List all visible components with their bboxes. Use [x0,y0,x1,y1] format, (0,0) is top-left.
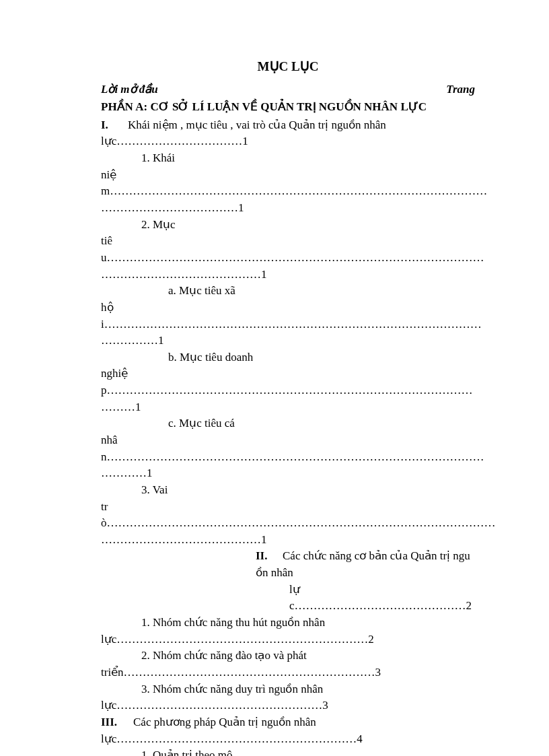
item-khai-niem-head: 1. Khái [101,150,475,167]
section-i-continuation: lực……………………………1 [101,133,475,150]
item-nhom-1-line: lực…………………………………………………………2 [101,631,475,648]
sub-c-line1: nhân……………………………………………………………………………………… [101,432,475,465]
section-ii-continuation: lực………………………………………2 [101,582,475,615]
item-muc-tieu-head: 2. Mục [101,217,475,234]
item-nhom-3-line: lực………………………………………………3 [101,697,475,714]
section-iii-continuation: lực………………………………………………………4 [101,731,475,748]
sub-b-line2: ………1 [101,399,475,416]
section-i-text: Khái niệm , mục tiêu , vai trò của Quản … [128,118,386,131]
item-muc-tieu-line2: ……………………………………1 [101,267,475,283]
sub-c-line2: …………1 [101,465,475,482]
item-vai-tro-line2: ……………………………………1 [101,532,475,549]
sub-a-line2: ……………1 [101,333,475,349]
sub-c-head: c. Mục tiêu cá [101,415,475,432]
sub-a-line1: hội……………………………………………………………………………………… [101,300,475,333]
item-nhom-1-head: 1. Nhóm chức năng thu hút nguồn nhân [101,615,475,631]
toc-section-i: I.Khái niệm , mục tiêu , vai trò của Quả… [101,117,475,134]
toc-section-ii: II.Các chức năng cơ bản của Quản trị ngu… [101,548,475,581]
item-nhom-2-head: 2. Nhóm chức năng đào tạo và phát [101,648,475,664]
item-nhom-3-head: 3. Nhóm chức năng duy trì nguồn nhân [101,681,475,698]
header-row: Lời mở đầu Trang [101,81,475,98]
item-nhom-2-line: triển…………………………………………………………3 [101,664,475,681]
item-khai-niem-line1: niệm……………………………………………………………………………………… [101,167,475,200]
item-vai-tro-head: 3. Vai [101,482,475,499]
roman-i-label: I. [101,117,128,134]
item-quan-tri-head: 1. Quản trị theo mô [101,747,475,756]
section-ii-text: Các chức năng cơ bản của Quản trị nguồn … [256,549,470,579]
header-right: Trang [446,81,475,98]
document-title: MỤC LỤC [101,57,475,76]
item-khai-niem-line2: ………………………………1 [101,200,475,217]
section-iii-text: Các phương pháp Quản trị nguồn nhân [133,716,316,728]
roman-iii-label: III. [101,714,133,731]
sub-a-head: a. Mục tiêu xã [101,283,475,300]
item-muc-tieu-line1: tiêu……………………………………………………………………………………… [101,233,475,266]
part-a-heading: PHẦN A: CƠ SỞ LÍ LUẬN VỀ QUẢN TRỊ NGUỒN … [101,99,475,116]
header-left: Lời mở đầu [101,81,158,98]
item-vai-tro-line1: trò………………………………………………………………………………………… [101,499,475,532]
sub-b-head: b. Mục tiêu doanh [101,349,475,366]
toc-section-iii: III.Các phương pháp Quản trị nguồn nhân [101,714,475,731]
sub-b-line1: nghiệp…………………………………………………………………………………… [101,366,475,399]
roman-ii-label: II. [256,548,283,565]
